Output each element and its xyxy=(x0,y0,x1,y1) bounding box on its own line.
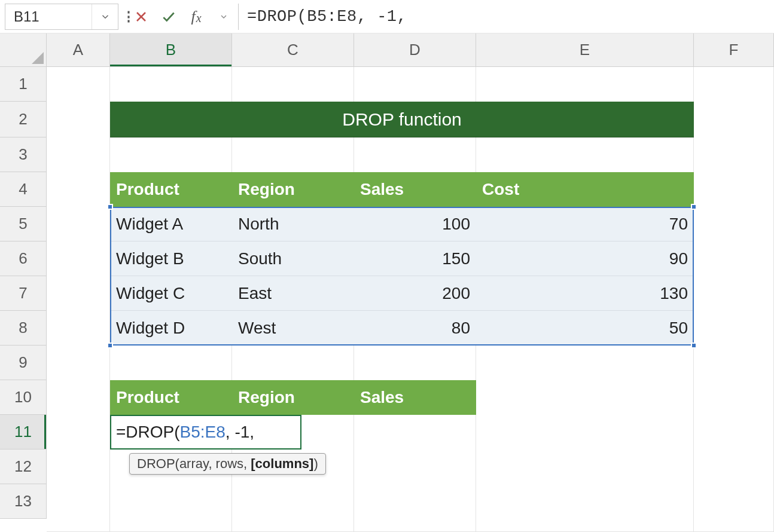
function-tooltip[interactable]: DROP(array, rows, [columns]) xyxy=(129,453,326,475)
row-header-4[interactable]: 4 xyxy=(0,172,47,207)
edit-prefix: =DROP( xyxy=(116,423,180,442)
range-handle-tl[interactable] xyxy=(107,204,113,210)
row-header-11[interactable]: 11 xyxy=(0,415,47,450)
range-handle-bl[interactable] xyxy=(107,343,113,348)
select-all-corner[interactable] xyxy=(0,33,47,67)
t1-r1-region[interactable]: North xyxy=(232,207,354,241)
enter-button[interactable] xyxy=(160,8,177,25)
tooltip-post: ) xyxy=(313,456,318,471)
range-handle-tr[interactable] xyxy=(691,204,697,210)
t1-r1-cost[interactable]: 70 xyxy=(476,207,694,241)
formula-input[interactable]: =DROP(B5:E8, -1, xyxy=(238,4,774,30)
tooltip-pre: (array, rows, xyxy=(175,456,251,471)
range-handle-br[interactable] xyxy=(691,343,697,348)
col-F-lines xyxy=(694,67,774,532)
t2-header-product: Product xyxy=(110,380,232,415)
col-header-B[interactable]: B xyxy=(110,33,232,67)
t1-r4-sales[interactable]: 80 xyxy=(354,311,476,346)
tooltip-fn: DROP xyxy=(137,456,175,471)
col-header-E[interactable]: E xyxy=(476,33,694,67)
separator-icon: ⋮ xyxy=(118,9,127,25)
edit-suffix: , -1, xyxy=(226,423,254,442)
row-header-7[interactable]: 7 xyxy=(0,276,47,311)
t1-r3-region[interactable]: East xyxy=(232,276,354,311)
row-header-3[interactable]: 3 xyxy=(0,137,47,172)
edit-ref: B5:E8 xyxy=(180,423,226,442)
active-cell-edit[interactable]: =DROP(B5:E8, -1, xyxy=(110,415,301,450)
col-header-C[interactable]: C xyxy=(232,33,354,67)
name-box-dropdown-icon[interactable] xyxy=(92,4,118,29)
t1-header-cost: Cost xyxy=(476,172,694,207)
row-header-5[interactable]: 5 xyxy=(0,207,47,241)
t1-r4-cost[interactable]: 50 xyxy=(476,311,694,346)
name-box[interactable]: B11 xyxy=(5,4,118,30)
col-header-F[interactable]: F xyxy=(694,33,774,67)
row-header-13[interactable]: 13 xyxy=(0,484,47,519)
row-header-1[interactable]: 1 xyxy=(0,67,47,102)
row-header-12[interactable]: 12 xyxy=(0,450,47,484)
t1-r2-product[interactable]: Widget B xyxy=(110,241,232,276)
name-box-value: B11 xyxy=(5,8,92,25)
t1-r1-product[interactable]: Widget A xyxy=(110,207,232,241)
col-header-D[interactable]: D xyxy=(354,33,476,67)
col-A-lines xyxy=(47,67,110,532)
spreadsheet-grid[interactable]: A B C D E F 1 2 3 4 5 6 7 8 9 10 11 12 1… xyxy=(0,33,774,532)
tooltip-bold: [columns] xyxy=(251,456,313,471)
t1-r4-product[interactable]: Widget D xyxy=(110,311,232,346)
formula-bar: B11 ⋮ fx =DROP(B5:E8, -1, xyxy=(0,0,774,33)
t1-r1-sales[interactable]: 100 xyxy=(354,207,476,241)
row-header-10[interactable]: 10 xyxy=(0,380,47,415)
insert-function-button[interactable]: fx xyxy=(188,8,205,25)
row-header-8[interactable]: 8 xyxy=(0,311,47,346)
formula-bar-buttons: fx xyxy=(127,8,238,25)
col-header-A[interactable]: A xyxy=(47,33,110,67)
t1-header-region: Region xyxy=(232,172,354,207)
t1-header-sales: Sales xyxy=(354,172,476,207)
row-header-9[interactable]: 9 xyxy=(0,346,47,380)
excel-window: { "namebox": { "value": "B11" }, "formul… xyxy=(0,0,774,532)
t1-r4-region[interactable]: West xyxy=(232,311,354,346)
t1-r2-cost[interactable]: 90 xyxy=(476,241,694,276)
formula-bar-expand-icon[interactable] xyxy=(215,8,232,25)
t1-r2-sales[interactable]: 150 xyxy=(354,241,476,276)
row-header-2[interactable]: 2 xyxy=(0,102,47,137)
cancel-button[interactable] xyxy=(133,8,150,25)
row-header-6[interactable]: 6 xyxy=(0,241,47,276)
t1-r3-product[interactable]: Widget C xyxy=(110,276,232,311)
t1-r3-sales[interactable]: 200 xyxy=(354,276,476,311)
t1-r3-cost[interactable]: 130 xyxy=(476,276,694,311)
title-banner: DROP function xyxy=(110,102,694,137)
t2-header-region: Region xyxy=(232,380,354,415)
t1-header-product: Product xyxy=(110,172,232,207)
t1-r2-region[interactable]: South xyxy=(232,241,354,276)
t2-header-sales: Sales xyxy=(354,380,476,415)
